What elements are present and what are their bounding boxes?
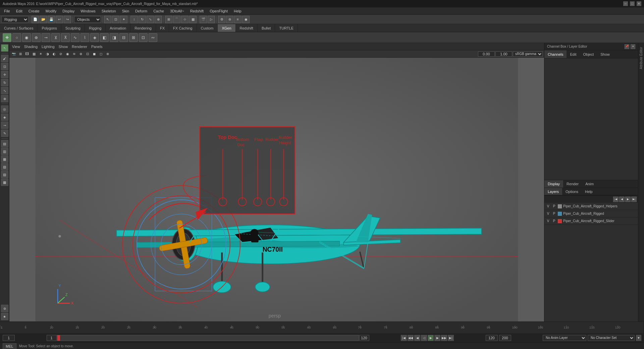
char-set-menu[interactable]: ▼ — [636, 335, 641, 341]
pb-prev-frame[interactable]: ◀ — [414, 335, 420, 341]
tool-universal[interactable]: ⊕ — [1, 95, 8, 102]
tab-edit[interactable]: Edit — [567, 50, 580, 58]
layer-nav-next[interactable]: ▶ — [625, 197, 631, 202]
minimize-button[interactable]: ─ — [623, 1, 628, 6]
vp-menu-shading[interactable]: Shading — [24, 45, 38, 49]
tool-rotate[interactable]: ↻ — [1, 79, 8, 86]
tab-custom[interactable]: Custom — [197, 24, 218, 32]
tool-lasso[interactable]: ⊡ — [1, 63, 8, 70]
translate-btn[interactable]: ↕ — [130, 16, 138, 23]
pb-play-back[interactable]: ◁ — [421, 335, 427, 341]
menu-openflight[interactable]: OpenFlight — [207, 8, 230, 14]
tab-bullet[interactable]: Bullet — [258, 24, 275, 32]
color-profile-select[interactable]: sRGB gamma — [513, 51, 543, 57]
tab-animation[interactable]: Animation — [106, 24, 130, 32]
menu-file[interactable]: File — [1, 8, 13, 14]
tool-soft[interactable]: ◎ — [1, 105, 8, 113]
vp-hud-btn[interactable]: ▦ — [31, 51, 37, 57]
vp-menu-panels[interactable]: Panels — [91, 45, 103, 49]
layer-nav-last[interactable]: ▶| — [631, 197, 637, 202]
attr-editor-label[interactable]: Attribute Editor — [639, 44, 643, 72]
tool-render1[interactable]: ▤ — [1, 140, 8, 147]
icon-deform1[interactable]: ◧ — [100, 33, 109, 42]
vp-shadow-btn[interactable]: ◑ — [44, 51, 50, 57]
menu-skeleton[interactable]: Skeleton — [99, 8, 119, 14]
panel-pin-btn[interactable]: 📌 — [625, 44, 629, 49]
extra-btn3[interactable]: ≡ — [234, 16, 241, 23]
close-button[interactable]: ✕ — [637, 1, 641, 6]
character-set-select[interactable]: No Character Set — [588, 335, 635, 341]
icon-wrap[interactable]: ⊟ — [119, 33, 128, 42]
snap-curve-btn[interactable]: ⌒ — [173, 16, 180, 23]
end-frame-input[interactable] — [486, 335, 498, 341]
tool-render5[interactable]: ▨ — [1, 171, 8, 178]
tab-fx[interactable]: FX — [156, 24, 169, 32]
icon-orient[interactable]: ⊻ — [51, 33, 60, 42]
tab-polygons[interactable]: Polygons — [38, 24, 61, 32]
layer-item-rigged[interactable]: V P Piper_Cub_Aircraft_Rigged — [544, 210, 638, 217]
icon-circle[interactable]: ○ — [12, 33, 21, 42]
tab-layers[interactable]: Layers — [544, 188, 562, 195]
tool-render6[interactable]: ▩ — [1, 179, 8, 186]
tab-show[interactable]: Show — [597, 50, 613, 58]
maximize-button[interactable]: □ — [630, 1, 635, 6]
pb-to-start[interactable]: |◀ — [401, 335, 407, 341]
save-btn[interactable]: 💾 — [48, 16, 55, 23]
vp-motion-btn[interactable]: ≋ — [71, 51, 77, 57]
anim-layer-select[interactable]: No Anim Layer — [543, 335, 586, 341]
vp-mesh-btn[interactable]: ◼ — [91, 51, 97, 57]
tab-anim[interactable]: Anim — [582, 180, 597, 188]
icon-sphere[interactable]: ◉ — [22, 33, 31, 42]
ipr-btn[interactable]: ▷ — [208, 16, 215, 23]
icon-deform2[interactable]: ◨ — [110, 33, 118, 42]
redo-btn[interactable]: ↪ — [64, 16, 71, 23]
tab-redshift[interactable]: Redshift — [236, 24, 258, 32]
mode-select[interactable]: Rigging Modeling Animation Rendering — [1, 16, 29, 23]
vp-menu-renderer[interactable]: Renderer — [72, 45, 87, 49]
tool-paint[interactable]: 🖌 — [1, 55, 8, 62]
pb-next-frame[interactable]: ▶ — [434, 335, 440, 341]
vp-aa-btn[interactable]: ⊘ — [58, 51, 64, 57]
icon-aim[interactable]: ⊼ — [61, 33, 70, 42]
tool-snap[interactable]: ⊸ — [1, 121, 8, 129]
tab-render[interactable]: Render — [563, 180, 582, 188]
icon-ik[interactable]: ⊸ — [42, 33, 50, 42]
icon-wire[interactable]: ∾ — [149, 33, 157, 42]
icon-curve1[interactable]: ∿ — [71, 33, 79, 42]
snap-surface-btn[interactable]: ▦ — [189, 16, 197, 23]
icon-joint[interactable]: ⊕ — [32, 33, 41, 42]
render-btn[interactable]: 🎬 — [200, 16, 207, 23]
menu-modify[interactable]: Modify — [43, 8, 59, 14]
vp-menu-view[interactable]: View — [12, 45, 20, 49]
menu-edit[interactable]: Edit — [13, 8, 25, 14]
menu-deform[interactable]: Deform — [132, 8, 150, 14]
range-end-input[interactable] — [359, 335, 369, 341]
new-scene-btn[interactable]: 📄 — [32, 16, 39, 23]
vp-light-btn[interactable]: ☀ — [38, 51, 44, 57]
current-frame-input[interactable] — [3, 335, 15, 341]
tab-curves-surfaces[interactable]: Curves / Surfaces — [0, 24, 38, 32]
menu-redshift[interactable]: Redshift — [187, 8, 206, 14]
open-btn[interactable]: 📂 — [40, 16, 47, 23]
extra-btn1[interactable]: ⚙ — [218, 16, 225, 23]
vp-xray-btn[interactable]: ◻ — [98, 51, 104, 57]
tab-xgen[interactable]: XGen — [218, 24, 235, 32]
menu-3dtoall[interactable]: 3DtoAll~ — [167, 8, 187, 14]
select-btn[interactable]: ↖ — [104, 16, 111, 23]
vp-grid-btn[interactable]: ⊞ — [17, 51, 23, 57]
tool-render4[interactable]: ▧ — [1, 163, 8, 170]
tab-display[interactable]: Display — [544, 180, 563, 188]
tab-sculpting[interactable]: Sculpting — [61, 24, 85, 32]
pb-to-end[interactable]: ▶| — [448, 335, 454, 341]
vp-wire-btn[interactable]: ⊡ — [85, 51, 91, 57]
layer-item-slider[interactable]: V P Piper_Cub_Aircraft_Rigged_Slider — [544, 217, 638, 225]
exposure-input[interactable] — [478, 51, 495, 57]
icon-move[interactable]: ✚ — [3, 33, 11, 42]
rotate-btn[interactable]: ↻ — [139, 16, 146, 23]
menu-create[interactable]: Create — [26, 8, 42, 14]
vp-menu-lighting[interactable]: Lighting — [42, 45, 55, 49]
tab-fx-caching[interactable]: FX Caching — [169, 24, 197, 32]
vp-isolate-btn[interactable]: ⊗ — [105, 51, 111, 57]
vp-camera-btn[interactable]: 📷 — [11, 51, 17, 57]
objects-select[interactable]: Objects — [74, 16, 101, 23]
